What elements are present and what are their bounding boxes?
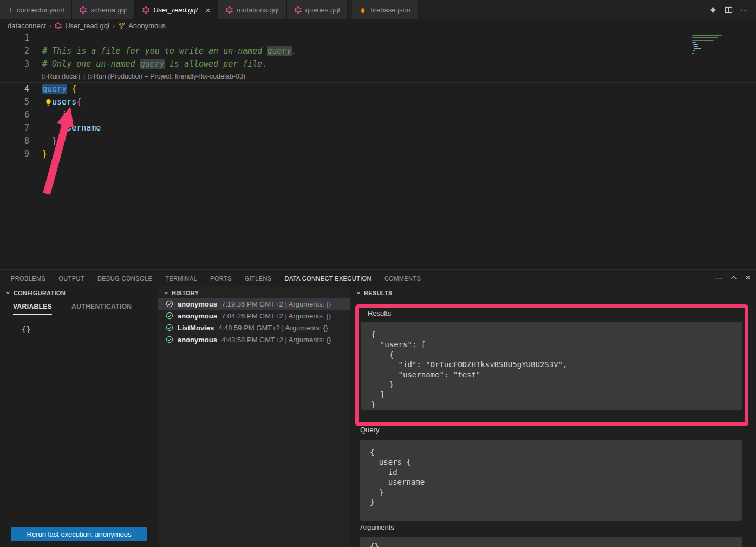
panel-tab-gitlens[interactable]: GITLENS [245,272,272,284]
tab-label: connector.yaml [17,6,64,14]
check-circle-icon [166,300,173,308]
code-line-5[interactable]: 5 users{ [0,95,756,108]
rerun-button[interactable]: Rerun last execution: anonymous [11,527,147,541]
line-number: 6 [0,108,29,121]
breadcrumb-item-file[interactable]: User_read.gql [65,22,109,30]
tab-user_read-gql[interactable]: User_read.gql× [135,0,218,19]
panel-tab-comments[interactable]: COMMENTS [384,272,421,284]
configuration-header[interactable]: CONFIGURATION [0,286,158,297]
run-production-link[interactable]: ▷Run (Production – Project: friendly-fli… [88,73,245,80]
indent-guide [53,108,53,147]
bottom-panel: PROBLEMSOUTPUTDEBUG CONSOLETERMINALPORTS… [0,269,756,547]
check-circle-icon [166,336,173,343]
copilot-sparkle-icon[interactable] [709,6,717,14]
run-icon: ▷ [88,73,94,80]
panel-actions: ··· × [715,270,751,286]
query-box[interactable]: { users { id username } } [360,440,742,521]
arguments-box[interactable]: {} [360,537,742,547]
panel-maximize-icon[interactable] [730,274,738,282]
line-number: 4 [0,82,29,95]
minimap-line [693,44,698,45]
minimap[interactable] [692,33,726,55]
tab-variables[interactable]: VARIABLES [13,303,52,315]
code-line-9[interactable]: 9} [0,147,756,160]
chevron-right-icon: › [49,22,51,30]
panel-tab-output[interactable]: OUTPUT [58,272,84,284]
configuration-tabs: VARIABLES AUTHENTICATION [13,303,132,315]
vscode-window: !connector.yamlschema.gqlUser_read.gql×m… [0,0,756,547]
chevron-down-icon [356,290,361,296]
tab-queries-gql[interactable]: queries.gql [287,0,348,19]
code-token: query [140,59,165,69]
code-line-8[interactable]: 8 } [0,134,756,147]
code-line-2[interactable]: 2# This is a file for you to write an un… [0,44,756,57]
code-line-1[interactable]: 1 [0,31,756,44]
code-token [42,97,52,107]
graphql-icon [226,6,233,14]
history-item[interactable]: ListMovies4:48:59 PM GMT+2 | Arguments: … [158,322,350,334]
firebase-flame-icon [360,6,367,14]
code-token: . [292,46,297,56]
breadcrumb-item-anonymous[interactable]: Anonymous [128,22,166,30]
minimap-line [694,48,701,49]
history-item[interactable]: anonymous7:19:36 PM GMT+2 | Arguments: {… [158,298,350,310]
panel-tab-ports[interactable]: PORTS [210,272,232,284]
split-editor-icon[interactable] [725,6,733,14]
more-actions-icon[interactable]: ··· [740,5,748,15]
tab-connector-yaml[interactable]: !connector.yaml [0,0,72,19]
minimap-line [692,37,718,38]
tab-mutations-gql[interactable]: mutations.gql [218,0,286,19]
tab-authentication[interactable]: AUTHENTICATION [71,303,132,315]
code-line-7[interactable]: 7 username [0,121,756,134]
panel-more-icon[interactable]: ··· [715,274,722,282]
operation-symbol-icon [118,22,125,29]
history-item-name: ListMovies [178,324,214,332]
graphql-icon [295,6,302,14]
code-token: { [76,97,81,107]
breadcrumb: dataconnect › User_read.gql › Anonymous [0,19,756,31]
line-number: 3 [0,57,29,70]
code-token: query [42,84,67,94]
results-output-box[interactable]: { "users": [ { "id": "OrTucFODZHTksvBSBU… [361,322,742,410]
results-header[interactable]: RESULTS [350,286,756,297]
code-token: users [52,97,76,107]
check-circle-icon [166,312,173,320]
history-item-meta: 7:19:36 PM GMT+2 | Arguments: {} [221,300,331,308]
tab-schema-gql[interactable]: schema.gql [72,0,134,19]
code-editor[interactable]: 12# This is a file for you to write an u… [0,31,756,269]
breadcrumb-item-dataconnect[interactable]: dataconnect [8,22,46,30]
history-item-name: anonymous [178,300,217,308]
check-circle-icon [166,324,173,331]
line-number: 2 [0,44,29,57]
code-line-6[interactable]: 6 id [0,108,756,121]
line-number: 7 [0,121,29,134]
panel-tab-debug-console[interactable]: DEBUG CONSOLE [97,272,152,284]
configuration-title: CONFIGURATION [14,290,66,296]
minimap-line [692,53,694,54]
tab-firebase-json[interactable]: firebase.json [352,0,419,19]
minimap-line [692,40,714,41]
minimap-line [692,42,696,43]
code-token: id [62,110,71,120]
code-line-3[interactable]: 3# Only one un-named query is allowed pe… [0,57,756,70]
run-local-link[interactable]: ▷Run (local) [42,73,80,80]
run-icon: ▷ [42,73,48,80]
panel-tab-data-connect-execution[interactable]: DATA CONNECT EXECUTION [285,272,372,284]
panel-tab-problems[interactable]: PROBLEMS [11,272,45,284]
variables-value[interactable]: {} [22,325,31,334]
code-token: username [62,123,101,133]
code-token: query [267,46,291,56]
history-item[interactable]: anonymous4:43:58 PM GMT+2 | Arguments: {… [158,334,350,346]
graphql-icon [80,6,87,14]
indent-guide [43,95,43,147]
history-item[interactable]: anonymous7:04:26 PM GMT+2 | Arguments: {… [158,310,350,322]
line-number: 8 [0,134,29,147]
history-header[interactable]: HISTORY [158,286,350,297]
code-line-4[interactable]: 4query { [0,82,756,95]
panel-close-icon[interactable]: × [745,272,751,283]
close-icon[interactable]: × [206,6,211,14]
tab-label: queries.gql [305,6,340,14]
minimap-line [694,46,698,47]
code-token: { [71,84,76,94]
panel-tab-terminal[interactable]: TERMINAL [165,272,197,284]
